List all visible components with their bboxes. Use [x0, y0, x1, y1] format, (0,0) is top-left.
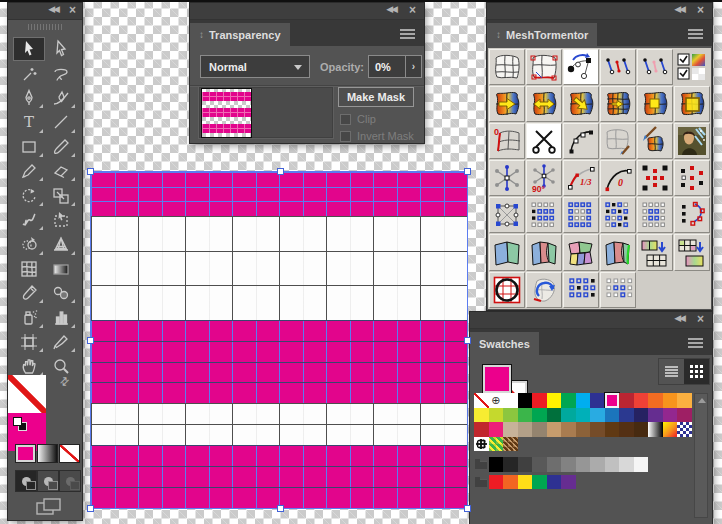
swatch-#93278f[interactable] [663, 408, 678, 423]
mesh-options-checkboxes[interactable] [674, 49, 710, 85]
swatch-#00a651[interactable] [532, 475, 547, 490]
swatch-#ffffff[interactable] [503, 393, 518, 408]
mesh-zero-edge-icon[interactable]: 0 [489, 123, 525, 159]
mesh-cell-nodes-icon[interactable] [489, 197, 525, 233]
free-transform-tool[interactable] [45, 208, 77, 232]
swatch-#c0c0c0[interactable] [605, 457, 620, 472]
mesh-stripe-white-2[interactable] [91, 403, 467, 445]
swatch-#ed1e79[interactable] [489, 422, 504, 437]
swatch-#6e6e6e[interactable] [547, 457, 562, 472]
swatch-#b3a088[interactable] [518, 422, 533, 437]
line-segment-tool[interactable] [45, 110, 77, 134]
swatch-#a97c50[interactable] [561, 422, 576, 437]
swatch-#652d90[interactable] [648, 408, 663, 423]
grid-select-few-icon[interactable] [600, 272, 636, 308]
swatch-#8c6239[interactable] [576, 422, 591, 437]
grid-view-button[interactable] [684, 359, 709, 384]
selection-handle-mid-left[interactable] [87, 337, 94, 344]
collapse-panel-icon[interactable]: ◀◀ [48, 4, 58, 14]
swatch-#262262[interactable] [634, 408, 649, 423]
none-button[interactable] [59, 444, 80, 463]
handle-pair-red-icon[interactable] [600, 49, 636, 85]
swatch-group-folder-icon[interactable] [474, 457, 489, 472]
swatch-#f5f5f5[interactable] [634, 457, 649, 472]
stroke-proxy-none[interactable] [8, 375, 46, 413]
swatch-gradient-sunset[interactable] [663, 422, 678, 437]
object-thumbnail[interactable] [201, 88, 252, 138]
tab-swatches[interactable]: Swatches [470, 332, 539, 355]
draw-normal-mode[interactable] [15, 470, 37, 492]
mesh-blob-grid-icon[interactable] [600, 86, 636, 122]
swatch-#fbb040[interactable] [677, 393, 692, 408]
swatch-pattern-dots[interactable] [474, 437, 489, 452]
swatch-#c69c6d[interactable] [547, 422, 562, 437]
slice-tool[interactable] [45, 330, 77, 354]
swatch-#2e3192[interactable] [590, 393, 605, 408]
mesh-stripe-magenta-2[interactable] [91, 320, 467, 403]
shape-builder-tool[interactable] [13, 232, 45, 256]
mesh-stripe-magenta-3[interactable] [91, 445, 467, 508]
tab-meshtormentor[interactable]: ↕ MeshTormentor [487, 23, 597, 46]
rotate-mesh-icon[interactable] [526, 272, 562, 308]
pencil-tool[interactable] [13, 159, 45, 183]
eyedropper-tool[interactable] [13, 281, 45, 305]
anchor-pattern-inner-icon[interactable] [637, 160, 673, 196]
selection-handle-mid-right[interactable] [464, 337, 471, 344]
pen-tool[interactable] [13, 86, 45, 110]
gradient-button[interactable] [37, 444, 58, 463]
collapse-panel-icon[interactable]: ◀◀ [386, 4, 396, 14]
close-panel-icon[interactable]: × [697, 312, 704, 326]
direct-selection-tool[interactable] [45, 37, 77, 61]
swatch-#d8d8d8[interactable] [619, 457, 634, 472]
swatch-#2b3990[interactable] [619, 408, 634, 423]
swatch-#ffde17[interactable] [518, 475, 533, 490]
circle-grid-red-icon[interactable] [489, 272, 525, 308]
patch-three-color-icon[interactable] [526, 234, 562, 270]
scroll-up-icon[interactable] [698, 398, 706, 403]
swatch-#f26c22[interactable] [648, 393, 663, 408]
symbol-sprayer-tool[interactable] [13, 305, 45, 329]
swatch-#595959[interactable] [532, 457, 547, 472]
path-anchors-icon[interactable] [563, 123, 599, 159]
selection-handle-top-mid[interactable] [277, 168, 284, 175]
mesh-blob-square-outline-icon[interactable] [674, 86, 710, 122]
selection-handle-top-right[interactable] [464, 168, 471, 175]
swatch-#262626[interactable] [503, 457, 518, 472]
gradient-tool[interactable] [45, 257, 77, 281]
scale-tool[interactable] [45, 183, 77, 207]
swatch-#f26522[interactable] [503, 475, 518, 490]
default-fill-stroke-icon[interactable] [13, 417, 27, 431]
selection-tool[interactable] [13, 37, 45, 61]
rectangle-tool[interactable] [13, 135, 45, 159]
blend-tool[interactable] [45, 281, 77, 305]
tab-transparency[interactable]: ↕ Transparency [190, 23, 290, 46]
collapse-panel-icon[interactable]: ◀◀ [674, 313, 684, 323]
select-grid-sparse-icon[interactable] [637, 197, 673, 233]
select-grid-all-icon[interactable] [526, 197, 562, 233]
swatch-#c1272d[interactable] [474, 422, 489, 437]
swatch-#00aeef[interactable] [576, 393, 591, 408]
mesh-blob-square-filled-icon[interactable] [637, 86, 673, 122]
opacity-field[interactable]: 0% [368, 55, 405, 78]
mesh-blob-arrow-corner-icon[interactable] [563, 86, 599, 122]
convert-anchor-icon[interactable] [563, 49, 599, 85]
panel-menu-icon[interactable] [400, 29, 415, 39]
swatch-#ef4136[interactable] [634, 393, 649, 408]
mesh-blob-arrow-right-icon[interactable] [489, 86, 525, 122]
eraser-tool[interactable] [45, 159, 77, 183]
close-panel-icon[interactable]: × [697, 3, 704, 17]
mesh-tool[interactable] [13, 257, 45, 281]
handle-one-third-icon[interactable]: 1/3 [563, 160, 599, 196]
swatch-#ababab[interactable] [590, 457, 605, 472]
panel-cycle-icon[interactable]: ↕ [496, 29, 501, 40]
handle-zero-icon[interactable]: 0 [600, 160, 636, 196]
selection-handle-bottom-mid[interactable] [277, 505, 284, 512]
swatch-group-folder-icon[interactable] [474, 475, 489, 490]
swatch-#828282[interactable] [561, 457, 576, 472]
swatch-pattern-brown[interactable] [503, 437, 518, 452]
patch-edge-highlight-icon[interactable] [600, 234, 636, 270]
swatch-#f7941d[interactable] [663, 393, 678, 408]
mesh-to-grid-convert-icon[interactable] [637, 234, 673, 270]
lasso-tool[interactable] [45, 61, 77, 85]
patch-multi-color-icon[interactable] [563, 234, 599, 270]
